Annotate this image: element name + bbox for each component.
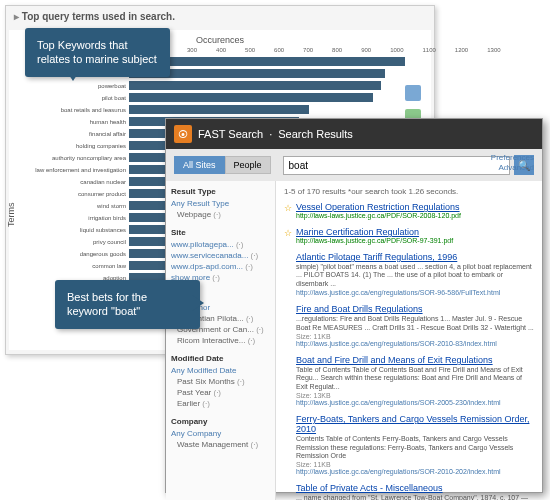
search-header: ⦿ FAST Search · Search Results: [166, 119, 542, 149]
search-results-panel: ⦿ FAST Search · Search Results All Sites…: [165, 118, 543, 493]
bestbet-star-icon: ☆: [284, 203, 292, 213]
search-result: ☆Marine Certification Regulationhttp://l…: [284, 227, 534, 244]
bar-row: boat retails and leasurus: [19, 104, 426, 115]
result-title-link[interactable]: Table of Private Acts - Miscellaneous: [296, 483, 443, 493]
result-url[interactable]: http://laws.justice.gc.ca/eng/regulation…: [296, 340, 534, 347]
refine-item[interactable]: Webpage (·): [177, 209, 270, 220]
x-ticks: 1002003004005006007008009001000110012001…: [129, 47, 426, 53]
result-title-link[interactable]: Marine Certification Regulation: [296, 227, 419, 237]
bar-label: irrigation birds: [19, 215, 129, 221]
result-size: Size: 13KB: [296, 392, 534, 399]
separator: ·: [269, 128, 272, 140]
refine-item[interactable]: Ricom Interactive... (·): [177, 335, 270, 346]
result-url[interactable]: http://laws.justice.gc.ca/eng/regulation…: [296, 289, 534, 296]
bar-label: dangerous goods: [19, 251, 129, 257]
bar-label: law enforcement and investigation: [19, 167, 129, 173]
brand-label: FAST Search: [198, 128, 263, 140]
bar-label: canadian nuclear: [19, 179, 129, 185]
bar: [129, 57, 405, 66]
search-result: Fire and Boat Drills Regulations...regul…: [284, 304, 534, 347]
fast-logo-icon: ⦿: [174, 125, 192, 143]
result-title-link[interactable]: Ferry-Boats, Tankers and Cargo Vessels R…: [296, 414, 529, 434]
refine-item[interactable]: www.pilotagepa... (·): [171, 239, 270, 250]
advanced-link[interactable]: Advanced: [491, 163, 534, 173]
refine-item[interactable]: www.dps-apd.com... (·): [171, 261, 270, 272]
result-url[interactable]: http://laws.justice.gc.ca/eng/regulation…: [296, 468, 534, 475]
preferences-link[interactable]: Preferences: [491, 153, 534, 163]
refine-item[interactable]: Waste Management (·): [177, 439, 270, 450]
chart-title: Top query terms used in search.: [6, 6, 434, 27]
refine-item[interactable]: Any Result Type: [171, 198, 270, 209]
bar-label: common law: [19, 263, 129, 269]
result-snippet: Contents Table of Contents Ferry-Boats, …: [296, 435, 534, 460]
result-title-link[interactable]: Boat and Fire Drill and Means of Exit Re…: [296, 355, 493, 365]
result-url[interactable]: http://laws-laws.justice.gc.ca/PDF/SOR-2…: [296, 212, 534, 219]
refine-heading: Company: [171, 417, 270, 426]
bar-label: pilot boat: [19, 95, 129, 101]
bar-label: boat retails and leasurus: [19, 107, 129, 113]
result-snippet: ... name changed from "St. Lawrence Tow-…: [296, 494, 534, 500]
refine-item[interactable]: Past Year (·): [177, 387, 270, 398]
result-title-link[interactable]: Fire and Boat Drills Regulations: [296, 304, 423, 314]
refine-item[interactable]: Any Company: [171, 428, 270, 439]
results-list: 1-5 of 170 results *our search took 1.26…: [276, 181, 542, 500]
result-url[interactable]: http://laws.justice.gc.ca/eng/regulation…: [296, 399, 534, 406]
refine-item[interactable]: Past Six Months (·): [177, 376, 270, 387]
result-url[interactable]: http://laws-laws.justice.gc.ca/PDF/SOR-9…: [296, 237, 534, 244]
bar-label: human health: [19, 119, 129, 125]
search-input[interactable]: [283, 156, 510, 175]
result-snippet: Table of Contents Table of Contents Boat…: [296, 366, 534, 391]
bar-row: pilot boat: [19, 92, 426, 103]
bar-label: privy council: [19, 239, 129, 245]
result-size: Size: 11KB: [296, 461, 534, 468]
tool-icon[interactable]: [405, 85, 421, 101]
result-title-link[interactable]: Atlantic Pilotage Tariff Regulations, 19…: [296, 252, 457, 262]
bar-label: liquid substances: [19, 227, 129, 233]
search-result: Boat and Fire Drill and Means of Exit Re…: [284, 355, 534, 406]
bar-label: authority noncompliary area: [19, 155, 129, 161]
bar-label: wind storm: [19, 203, 129, 209]
tab-people[interactable]: People: [225, 156, 271, 174]
bestbet-star-icon: ☆: [284, 228, 292, 238]
refine-heading: Result Type: [171, 187, 270, 196]
result-snippet: ...regulations: Fire and Boat Drills Reg…: [296, 315, 534, 332]
tab-all-sites[interactable]: All Sites: [174, 156, 225, 174]
search-bar: All Sites People 🔍 Preferences Advanced: [166, 149, 542, 181]
y-axis-label: Terms: [6, 203, 16, 228]
result-title-link[interactable]: Vessel Operation Restriction Regulations: [296, 202, 460, 212]
refine-item[interactable]: Any Modified Date: [171, 365, 270, 376]
result-snippet: simple) "pilot boat" means a boat used .…: [296, 263, 534, 288]
refine-heading: Modified Date: [171, 354, 270, 363]
result-count: 1-5 of 170 results *our search took 1.26…: [284, 187, 534, 196]
search-body: Result TypeAny Result TypeWebpage (·)Sit…: [166, 181, 542, 500]
search-result: Ferry-Boats, Tankers and Cargo Vessels R…: [284, 414, 534, 475]
page-label: Search Results: [278, 128, 353, 140]
search-result: ☆Vessel Operation Restriction Regulation…: [284, 202, 534, 219]
callout-bestbets: Best bets for the keyword "boat": [55, 280, 200, 329]
search-result: Atlantic Pilotage Tariff Regulations, 19…: [284, 252, 534, 296]
bar: [129, 93, 373, 102]
bar: [129, 81, 381, 90]
bar-label: consumer product: [19, 191, 129, 197]
search-prefs: Preferences Advanced: [491, 153, 534, 172]
search-result: Table of Private Acts - Miscellaneous...…: [284, 483, 534, 500]
refine-heading: Site: [171, 228, 270, 237]
bar-label: financial affair: [19, 131, 129, 137]
refine-sidebar: Result TypeAny Result TypeWebpage (·)Sit…: [166, 181, 276, 500]
refine-item[interactable]: Earlier (·): [177, 398, 270, 409]
bar: [129, 105, 309, 114]
callout-keywords: Top Keywords that relates to marine subj…: [25, 28, 170, 77]
scope-tabs: All Sites People: [174, 156, 271, 174]
bar-label: holding companies: [19, 143, 129, 149]
result-size: Size: 11KB: [296, 333, 534, 340]
refine-item[interactable]: www.servicecanada... (·): [171, 250, 270, 261]
